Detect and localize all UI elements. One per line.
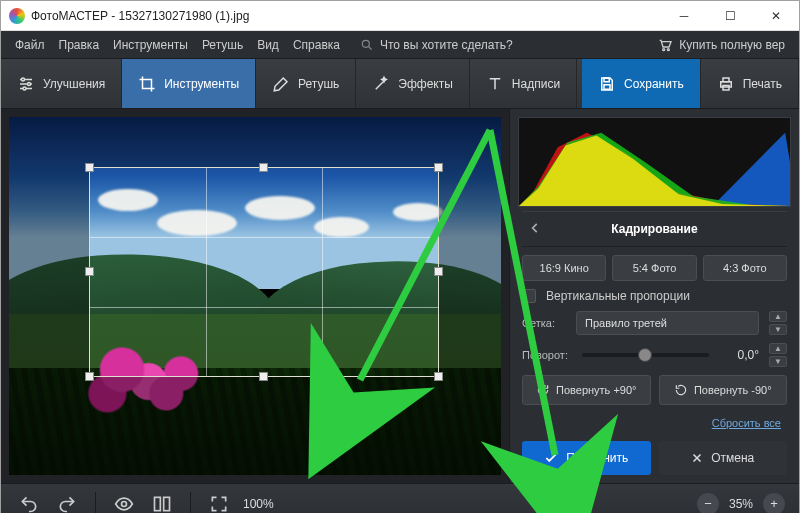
svg-line-1 [369, 46, 372, 49]
sliders-icon [17, 75, 35, 93]
titlebar: ФотоМАСТЕР - 15327130271980 (1).jpg ─ ☐ … [1, 1, 799, 31]
close-icon [691, 452, 703, 464]
zoom-fit-label: 100% [243, 497, 274, 511]
undo-icon [19, 494, 39, 514]
main-area: Кадрирование 16:9 Кино 5:4 Фото 4:3 Фото… [1, 109, 799, 483]
preset-16-9[interactable]: 16:9 Кино [522, 255, 606, 281]
rotate-label: Поворот: [522, 349, 568, 361]
fit-button[interactable] [205, 490, 233, 514]
app-window: ФотоМАСТЕР - 15327130271980 (1).jpg ─ ☐ … [0, 0, 800, 513]
menu-edit[interactable]: Правка [59, 38, 100, 52]
minus-icon: − [704, 496, 712, 511]
zoom-out-button[interactable]: − [697, 493, 719, 514]
zoom-value: 35% [729, 497, 753, 511]
crop-handle[interactable] [85, 267, 94, 276]
svg-rect-10 [604, 78, 609, 82]
zoom-in-button System data-interactable=: + [763, 493, 785, 514]
menu-retouch[interactable]: Ретушь [202, 38, 243, 52]
redo-button[interactable] [53, 490, 81, 514]
rotate-ccw-icon [674, 383, 688, 397]
svg-rect-13 [723, 78, 729, 82]
right-sidebar: Кадрирование 16:9 Кино 5:4 Фото 4:3 Фото… [509, 109, 799, 483]
save-button[interactable]: Сохранить [582, 59, 701, 108]
tab-captions[interactable]: Надписи [470, 59, 577, 108]
fit-icon [209, 494, 229, 514]
minimize-button[interactable]: ─ [661, 1, 707, 31]
rotate-value: 0,0° [723, 348, 759, 362]
buy-full-button[interactable]: Купить полную вер [657, 37, 785, 53]
menu-file[interactable]: Файл [15, 38, 45, 52]
rotate-buttons: Повернуть +90° Повернуть -90° [522, 375, 787, 405]
text-icon [486, 75, 504, 93]
app-logo-icon [9, 8, 25, 24]
crop-panel: Кадрирование 16:9 Кино 5:4 Фото 4:3 Фото… [510, 211, 799, 433]
crop-handle[interactable] [434, 267, 443, 276]
wand-icon [372, 75, 390, 93]
grid-stepper[interactable]: ▲▼ [769, 311, 787, 335]
preset-4-3[interactable]: 4:3 Фото [703, 255, 787, 281]
rotate-slider[interactable] [582, 353, 709, 357]
cancel-button[interactable]: Отмена [659, 441, 788, 475]
rotate-stepper[interactable]: ▲▼ [769, 343, 787, 367]
crop-icon [138, 75, 156, 93]
svg-point-3 [668, 48, 670, 50]
histogram [518, 117, 791, 207]
svg-point-7 [22, 78, 25, 81]
close-button[interactable]: ✕ [753, 1, 799, 31]
vertical-label: Вертикальные пропорции [546, 289, 690, 303]
search-area[interactable]: Что вы хотите сделать? [360, 38, 513, 52]
svg-point-0 [362, 40, 369, 47]
print-icon [717, 75, 735, 93]
crop-handle[interactable] [85, 163, 94, 172]
svg-point-8 [28, 82, 31, 85]
redo-icon [57, 494, 77, 514]
aspect-presets: 16:9 Кино 5:4 Фото 4:3 Фото [522, 255, 787, 281]
maximize-button[interactable]: ☐ [707, 1, 753, 31]
vertical-checkbox[interactable] [522, 289, 536, 303]
preset-5-4[interactable]: 5:4 Фото [612, 255, 696, 281]
crop-handle[interactable] [434, 163, 443, 172]
undo-button[interactable] [15, 490, 43, 514]
tab-enhance[interactable]: Улучшения [1, 59, 122, 108]
svg-point-19 [122, 501, 127, 506]
print-button[interactable]: Печать [701, 59, 799, 108]
svg-rect-11 [604, 84, 610, 89]
chevron-left-icon [528, 221, 542, 235]
svg-rect-21 [164, 497, 170, 510]
check-icon [544, 451, 558, 465]
search-icon [360, 38, 374, 52]
compare-icon [152, 494, 172, 514]
tab-effects[interactable]: Эффекты [356, 59, 470, 108]
compare-button[interactable] [148, 490, 176, 514]
crop-handle[interactable] [85, 372, 94, 381]
menu-view[interactable]: Вид [257, 38, 279, 52]
window-title: ФотоМАСТЕР - 15327130271980 (1).jpg [31, 9, 661, 23]
panel-header: Кадрирование [522, 211, 787, 247]
grid-row: Сетка: Правило третей ▲▼ [522, 311, 787, 335]
crop-handle[interactable] [259, 372, 268, 381]
reset-link[interactable]: Сбросить все [522, 413, 787, 433]
image-canvas[interactable] [9, 117, 501, 475]
crop-handle[interactable] [434, 372, 443, 381]
eye-icon [114, 494, 134, 514]
panel-footer: Применить Отмена [510, 433, 799, 483]
cart-icon [657, 37, 673, 53]
plus-icon: + [770, 496, 778, 511]
grid-select[interactable]: Правило третей [576, 311, 759, 335]
crop-frame[interactable] [89, 167, 439, 377]
rotate-row: Поворот: 0,0° ▲▼ [522, 343, 787, 367]
rotate-ccw-button[interactable]: Повернуть -90° [659, 375, 788, 405]
panel-title: Кадрирование [611, 222, 697, 236]
rotate-cw-button[interactable]: Повернуть +90° [522, 375, 651, 405]
vertical-proportions-row: Вертикальные пропорции [522, 289, 787, 303]
rotate-cw-icon [536, 383, 550, 397]
crop-handle[interactable] [259, 163, 268, 172]
apply-button[interactable]: Применить [522, 441, 651, 475]
back-button[interactable] [522, 217, 548, 242]
tab-retouch[interactable]: Ретушь [256, 59, 356, 108]
menu-help[interactable]: Справка [293, 38, 340, 52]
preview-toggle[interactable] [110, 490, 138, 514]
menu-tools[interactable]: Инструменты [113, 38, 188, 52]
tab-tools[interactable]: Инструменты [122, 59, 256, 108]
save-icon [598, 75, 616, 93]
